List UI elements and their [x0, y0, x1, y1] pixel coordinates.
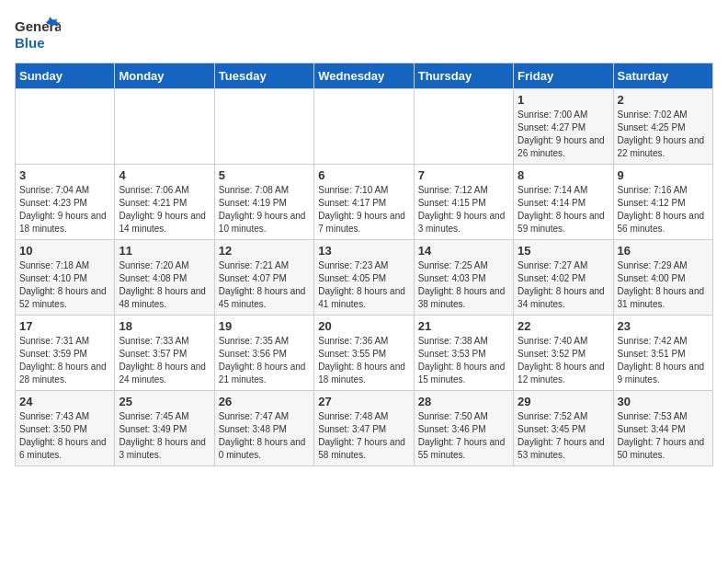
day-number: 9 [618, 168, 709, 182]
calendar-cell [115, 89, 214, 165]
calendar-cell: 25Sunrise: 7:45 AM Sunset: 3:49 PM Dayli… [115, 391, 214, 466]
day-number: 1 [518, 93, 609, 107]
day-number: 30 [618, 395, 709, 408]
calendar-cell [314, 89, 414, 165]
day-info: Sunrise: 7:06 AM Sunset: 4:21 PM Dayligh… [119, 184, 210, 236]
day-info: Sunrise: 7:08 AM Sunset: 4:19 PM Dayligh… [219, 184, 310, 236]
weekday-header-wednesday: Wednesday [314, 63, 414, 89]
day-number: 19 [219, 319, 310, 333]
calendar-cell: 1Sunrise: 7:00 AM Sunset: 4:27 PM Daylig… [514, 89, 613, 165]
day-number: 13 [318, 244, 409, 258]
day-info: Sunrise: 7:02 AM Sunset: 4:25 PM Dayligh… [618, 109, 709, 160]
day-number: 17 [19, 319, 110, 333]
day-info: Sunrise: 7:42 AM Sunset: 3:51 PM Dayligh… [618, 335, 709, 386]
day-info: Sunrise: 7:53 AM Sunset: 3:44 PM Dayligh… [618, 410, 709, 462]
calendar-cell [414, 89, 513, 165]
calendar-cell: 6Sunrise: 7:10 AM Sunset: 4:17 PM Daylig… [314, 165, 414, 240]
day-info: Sunrise: 7:00 AM Sunset: 4:27 PM Dayligh… [518, 109, 609, 160]
weekday-header-sunday: Sunday [16, 63, 115, 89]
day-info: Sunrise: 7:52 AM Sunset: 3:45 PM Dayligh… [518, 410, 609, 462]
day-number: 23 [618, 319, 709, 333]
day-info: Sunrise: 7:04 AM Sunset: 4:23 PM Dayligh… [19, 184, 110, 236]
day-info: Sunrise: 7:23 AM Sunset: 4:05 PM Dayligh… [318, 259, 409, 311]
calendar-cell: 2Sunrise: 7:02 AM Sunset: 4:25 PM Daylig… [613, 89, 712, 165]
calendar-cell: 23Sunrise: 7:42 AM Sunset: 3:51 PM Dayli… [613, 316, 712, 391]
calendar-cell: 30Sunrise: 7:53 AM Sunset: 3:44 PM Dayli… [613, 391, 712, 466]
calendar-table: SundayMondayTuesdayWednesdayThursdayFrid… [15, 63, 713, 466]
day-info: Sunrise: 7:47 AM Sunset: 3:48 PM Dayligh… [219, 410, 310, 462]
header: GeneralBlue [15, 15, 713, 55]
day-number: 3 [19, 168, 110, 182]
weekday-header-monday: Monday [115, 63, 214, 89]
day-info: Sunrise: 7:43 AM Sunset: 3:50 PM Dayligh… [19, 410, 110, 462]
day-info: Sunrise: 7:20 AM Sunset: 4:08 PM Dayligh… [119, 259, 210, 311]
day-number: 10 [19, 244, 110, 258]
day-info: Sunrise: 7:25 AM Sunset: 4:03 PM Dayligh… [418, 259, 509, 311]
calendar-cell: 5Sunrise: 7:08 AM Sunset: 4:19 PM Daylig… [214, 165, 313, 240]
day-number: 16 [618, 244, 709, 258]
calendar-cell: 28Sunrise: 7:50 AM Sunset: 3:46 PM Dayli… [414, 391, 513, 466]
day-number: 15 [518, 244, 609, 258]
calendar-cell: 16Sunrise: 7:29 AM Sunset: 4:00 PM Dayli… [613, 240, 712, 316]
calendar-cell: 22Sunrise: 7:40 AM Sunset: 3:52 PM Dayli… [514, 316, 613, 391]
week-row-1: 3Sunrise: 7:04 AM Sunset: 4:23 PM Daylig… [16, 165, 713, 240]
weekday-header-saturday: Saturday [613, 63, 712, 89]
logo: GeneralBlue [15, 15, 61, 55]
calendar-cell: 13Sunrise: 7:23 AM Sunset: 4:05 PM Dayli… [314, 240, 414, 316]
calendar-cell: 15Sunrise: 7:27 AM Sunset: 4:02 PM Dayli… [514, 240, 613, 316]
calendar-cell: 8Sunrise: 7:14 AM Sunset: 4:14 PM Daylig… [514, 165, 613, 240]
week-row-2: 10Sunrise: 7:18 AM Sunset: 4:10 PM Dayli… [16, 240, 713, 316]
day-info: Sunrise: 7:27 AM Sunset: 4:02 PM Dayligh… [518, 259, 609, 311]
day-info: Sunrise: 7:35 AM Sunset: 3:56 PM Dayligh… [219, 335, 310, 386]
day-info: Sunrise: 7:18 AM Sunset: 4:10 PM Dayligh… [19, 259, 110, 311]
calendar-cell: 27Sunrise: 7:48 AM Sunset: 3:47 PM Dayli… [314, 391, 414, 466]
day-number: 29 [518, 395, 609, 408]
calendar-cell: 14Sunrise: 7:25 AM Sunset: 4:03 PM Dayli… [414, 240, 513, 316]
day-number: 8 [518, 168, 609, 182]
day-number: 22 [518, 319, 609, 333]
day-number: 7 [418, 168, 509, 182]
calendar-cell: 12Sunrise: 7:21 AM Sunset: 4:07 PM Dayli… [214, 240, 313, 316]
day-number: 4 [119, 168, 210, 182]
calendar-cell: 9Sunrise: 7:16 AM Sunset: 4:12 PM Daylig… [613, 165, 712, 240]
day-number: 24 [19, 395, 110, 408]
weekday-header-tuesday: Tuesday [214, 63, 313, 89]
calendar-cell: 20Sunrise: 7:36 AM Sunset: 3:55 PM Dayli… [314, 316, 414, 391]
day-number: 28 [418, 395, 509, 408]
day-number: 26 [219, 395, 310, 408]
day-number: 14 [418, 244, 509, 258]
weekday-header-row: SundayMondayTuesdayWednesdayThursdayFrid… [16, 63, 713, 89]
day-info: Sunrise: 7:48 AM Sunset: 3:47 PM Dayligh… [318, 410, 409, 462]
day-number: 2 [618, 93, 709, 107]
day-info: Sunrise: 7:29 AM Sunset: 4:00 PM Dayligh… [618, 259, 709, 311]
day-info: Sunrise: 7:40 AM Sunset: 3:52 PM Dayligh… [518, 335, 609, 386]
calendar-cell: 10Sunrise: 7:18 AM Sunset: 4:10 PM Dayli… [16, 240, 115, 316]
day-number: 20 [318, 319, 409, 333]
day-number: 21 [418, 319, 509, 333]
calendar-cell: 17Sunrise: 7:31 AM Sunset: 3:59 PM Dayli… [16, 316, 115, 391]
day-info: Sunrise: 7:45 AM Sunset: 3:49 PM Dayligh… [119, 410, 210, 462]
day-number: 6 [318, 168, 409, 182]
calendar-cell: 24Sunrise: 7:43 AM Sunset: 3:50 PM Dayli… [16, 391, 115, 466]
day-number: 25 [119, 395, 210, 408]
calendar-cell [214, 89, 313, 165]
calendar-cell: 11Sunrise: 7:20 AM Sunset: 4:08 PM Dayli… [115, 240, 214, 316]
svg-text:Blue: Blue [15, 35, 45, 51]
calendar-cell: 4Sunrise: 7:06 AM Sunset: 4:21 PM Daylig… [115, 165, 214, 240]
day-number: 12 [219, 244, 310, 258]
calendar-cell: 18Sunrise: 7:33 AM Sunset: 3:57 PM Dayli… [115, 316, 214, 391]
day-info: Sunrise: 7:10 AM Sunset: 4:17 PM Dayligh… [318, 184, 409, 236]
day-number: 27 [318, 395, 409, 408]
day-info: Sunrise: 7:21 AM Sunset: 4:07 PM Dayligh… [219, 259, 310, 311]
calendar-cell: 26Sunrise: 7:47 AM Sunset: 3:48 PM Dayli… [214, 391, 313, 466]
calendar-cell [16, 89, 115, 165]
day-info: Sunrise: 7:12 AM Sunset: 4:15 PM Dayligh… [418, 184, 509, 236]
day-info: Sunrise: 7:36 AM Sunset: 3:55 PM Dayligh… [318, 335, 409, 386]
calendar-cell: 7Sunrise: 7:12 AM Sunset: 4:15 PM Daylig… [414, 165, 513, 240]
week-row-4: 24Sunrise: 7:43 AM Sunset: 3:50 PM Dayli… [16, 391, 713, 466]
day-info: Sunrise: 7:31 AM Sunset: 3:59 PM Dayligh… [19, 335, 110, 386]
calendar-cell: 29Sunrise: 7:52 AM Sunset: 3:45 PM Dayli… [514, 391, 613, 466]
day-info: Sunrise: 7:38 AM Sunset: 3:53 PM Dayligh… [418, 335, 509, 386]
day-number: 11 [119, 244, 210, 258]
calendar-cell: 19Sunrise: 7:35 AM Sunset: 3:56 PM Dayli… [214, 316, 313, 391]
